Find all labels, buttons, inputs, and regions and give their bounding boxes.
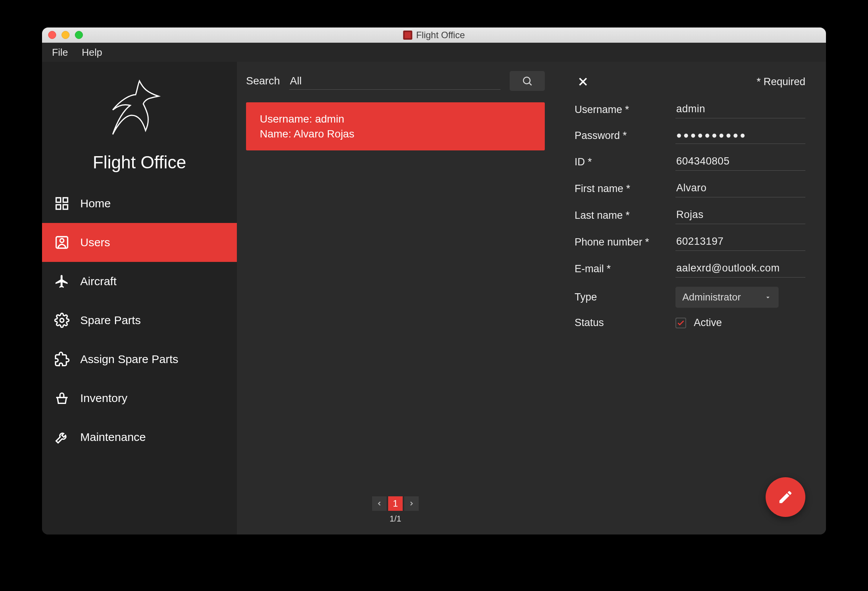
detail-form: Username * Password * ID * First name * bbox=[575, 101, 805, 329]
label-phone: Phone number * bbox=[575, 236, 666, 248]
chevron-left-icon bbox=[376, 500, 383, 507]
pager: 1 1/1 bbox=[246, 489, 545, 534]
search-input[interactable] bbox=[289, 73, 500, 90]
brand-logo bbox=[101, 73, 178, 150]
sidebar-item-users[interactable]: Users bbox=[42, 223, 237, 262]
sidebar-item-label: Users bbox=[80, 236, 110, 249]
app-icon bbox=[403, 31, 412, 40]
search-button[interactable] bbox=[510, 71, 545, 91]
input-password[interactable] bbox=[675, 128, 805, 144]
sidebar-item-label: Aircraft bbox=[80, 275, 117, 288]
input-username[interactable] bbox=[675, 101, 805, 118]
sidebar: Flight Office Home Users bbox=[42, 62, 237, 534]
sidebar-item-label: Spare Parts bbox=[80, 314, 141, 327]
maximize-window-button[interactable] bbox=[75, 31, 83, 39]
pencil-icon bbox=[777, 489, 794, 505]
svg-rect-0 bbox=[56, 198, 61, 202]
label-username: Username * bbox=[575, 104, 666, 116]
checkbox-status[interactable] bbox=[675, 318, 686, 328]
close-detail-button[interactable] bbox=[575, 73, 591, 90]
sidebar-item-home[interactable]: Home bbox=[42, 184, 237, 223]
edit-fab[interactable] bbox=[766, 477, 805, 517]
detail-panel: * Required Username * Password * ID * bbox=[554, 62, 826, 534]
check-icon bbox=[677, 319, 685, 327]
sidebar-item-spare-parts[interactable]: Spare Parts bbox=[42, 301, 237, 340]
input-last-name[interactable] bbox=[675, 207, 805, 224]
minimize-window-button[interactable] bbox=[62, 31, 70, 39]
label-first-name: First name * bbox=[575, 183, 666, 195]
sidebar-nav: Home Users Aircraft bbox=[42, 184, 237, 457]
input-email[interactable] bbox=[675, 260, 805, 278]
row-last-name: Last name * bbox=[575, 207, 805, 224]
svg-rect-3 bbox=[63, 205, 68, 209]
input-phone[interactable] bbox=[675, 233, 805, 251]
select-type[interactable]: Administrator bbox=[675, 287, 779, 308]
svg-point-7 bbox=[523, 77, 530, 84]
menu-file[interactable]: File bbox=[52, 47, 68, 58]
pager-summary: 1/1 bbox=[390, 514, 402, 524]
pager-prev-button[interactable] bbox=[372, 496, 387, 511]
status-text: Active bbox=[694, 317, 722, 329]
gear-icon bbox=[53, 312, 70, 329]
row-username: Username * bbox=[575, 101, 805, 118]
status-control: Active bbox=[675, 317, 722, 329]
input-first-name[interactable] bbox=[675, 180, 805, 197]
close-window-button[interactable] bbox=[48, 31, 56, 39]
sidebar-item-maintenance[interactable]: Maintenance bbox=[42, 418, 237, 457]
window-title-wrap: Flight Office bbox=[403, 30, 465, 40]
detail-top: * Required bbox=[575, 73, 805, 90]
search-icon bbox=[521, 75, 533, 87]
titlebar: Flight Office bbox=[42, 27, 826, 43]
pager-row: 1 bbox=[372, 496, 419, 511]
label-password: Password * bbox=[575, 130, 666, 142]
chevron-down-icon bbox=[764, 294, 772, 301]
brand: Flight Office bbox=[42, 62, 237, 184]
search-row: Search bbox=[246, 71, 545, 91]
select-type-value: Administrator bbox=[682, 291, 741, 303]
content: Flight Office Home Users bbox=[42, 62, 826, 534]
row-type: Type Administrator bbox=[575, 287, 805, 308]
sidebar-item-assign-spare-parts[interactable]: Assign Spare Parts bbox=[42, 340, 237, 379]
search-label: Search bbox=[246, 75, 280, 87]
label-type: Type bbox=[575, 291, 666, 303]
label-id: ID * bbox=[575, 156, 666, 168]
sidebar-item-label: Inventory bbox=[80, 392, 127, 405]
sidebar-item-label: Assign Spare Parts bbox=[80, 353, 178, 366]
svg-rect-2 bbox=[56, 205, 61, 209]
menu-help[interactable]: Help bbox=[82, 47, 102, 58]
svg-point-5 bbox=[60, 239, 64, 242]
sidebar-item-inventory[interactable]: Inventory bbox=[42, 379, 237, 418]
row-id: ID * bbox=[575, 153, 805, 171]
puzzle-icon bbox=[53, 351, 70, 368]
main: Search Username: admin Name: Alvaro Roja… bbox=[237, 62, 826, 534]
svg-line-8 bbox=[530, 83, 531, 85]
row-first-name: First name * bbox=[575, 180, 805, 197]
menubar: File Help bbox=[42, 43, 826, 62]
list-panel: Search Username: admin Name: Alvaro Roja… bbox=[237, 62, 554, 534]
pager-next-button[interactable] bbox=[404, 496, 419, 511]
input-id[interactable] bbox=[675, 153, 805, 171]
row-password: Password * bbox=[575, 128, 805, 144]
dashboard-icon bbox=[53, 195, 70, 212]
close-icon bbox=[576, 75, 590, 89]
chevron-right-icon bbox=[408, 500, 415, 507]
brand-title: Flight Office bbox=[93, 152, 186, 173]
wrench-icon bbox=[53, 429, 70, 446]
result-card[interactable]: Username: admin Name: Alvaro Rojas bbox=[246, 102, 545, 150]
result-line-1: Username: admin bbox=[260, 111, 531, 126]
window-title: Flight Office bbox=[416, 30, 465, 40]
list-spacer bbox=[246, 150, 545, 489]
label-email: E-mail * bbox=[575, 263, 666, 275]
airplane-icon bbox=[53, 273, 70, 290]
sidebar-item-aircraft[interactable]: Aircraft bbox=[42, 262, 237, 301]
sidebar-item-label: Maintenance bbox=[80, 431, 146, 444]
svg-point-6 bbox=[60, 318, 64, 322]
svg-rect-1 bbox=[63, 198, 68, 202]
row-phone: Phone number * bbox=[575, 233, 805, 251]
basket-icon bbox=[53, 390, 70, 407]
sidebar-item-label: Home bbox=[80, 197, 111, 210]
result-line-2: Name: Alvaro Rojas bbox=[260, 126, 531, 141]
label-last-name: Last name * bbox=[575, 210, 666, 221]
label-status: Status bbox=[575, 317, 666, 329]
pager-current-page[interactable]: 1 bbox=[388, 496, 403, 511]
